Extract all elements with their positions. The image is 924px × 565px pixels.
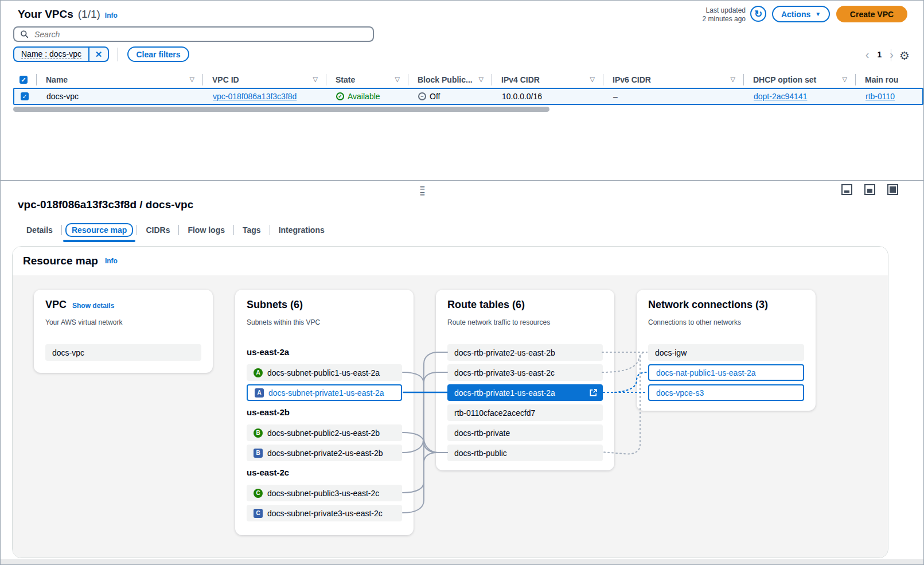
filter-icon[interactable]: ▽: [731, 76, 735, 83]
subnet-item[interactable]: A docs-subnet-public1-us-east-2a: [247, 364, 402, 381]
panel-small-icon[interactable]: [841, 184, 852, 195]
table-header-row: ✓ Name▽ VPC ID▽ State▽ Block Public...▽ …: [13, 72, 923, 87]
resource-map-header: Resource map Info: [13, 247, 888, 275]
connection-item-highlighted[interactable]: docs-nat-public1-us-east-2a: [648, 364, 804, 381]
search-icon: [20, 30, 29, 38]
resource-map-title: Resource map: [23, 255, 98, 267]
subnet-item-selected[interactable]: A docs-subnet-private1-us-east-2a: [247, 384, 402, 401]
private-subnet-badge: B: [254, 449, 263, 458]
main-route-table-link[interactable]: rtb-0110: [865, 92, 895, 101]
select-all-checkbox[interactable]: ✓: [20, 76, 28, 84]
column-header-ipv4-cidr[interactable]: IPv4 CIDR▽: [492, 74, 603, 85]
filter-icon[interactable]: ▽: [395, 76, 400, 83]
vpc-card-subtitle: Your AWS virtual network: [45, 318, 123, 326]
last-updated: Last updated 2 minutes ago: [703, 6, 746, 24]
tab-integrations[interactable]: Integrations: [270, 222, 333, 238]
route-table-item[interactable]: docs-rtb-public: [447, 445, 603, 461]
vpc-card: VPC Show details Your AWS virtual networ…: [34, 290, 213, 373]
subnet-item[interactable]: B docs-subnet-public2-us-east-2b: [247, 424, 402, 441]
external-link-icon[interactable]: [589, 388, 598, 397]
tab-details[interactable]: Details: [18, 222, 61, 238]
divider: [891, 49, 891, 61]
tab-flow-logs[interactable]: Flow logs: [179, 222, 233, 238]
dhcp-option-set-link[interactable]: dopt-2ac94141: [754, 92, 807, 101]
preferences-gear-icon[interactable]: ⚙: [899, 49, 910, 63]
actions-button[interactable]: Actions ▼: [772, 6, 830, 22]
route-table-item[interactable]: docs-rtb-private3-us-east-2c: [447, 364, 603, 381]
panel-size-buttons: [841, 184, 898, 195]
off-minus-icon: −: [418, 92, 426, 100]
detail-tabs: Details Resource map CIDRs Flow logs Tag…: [18, 220, 333, 240]
clear-filters-button[interactable]: Clear filters: [127, 46, 189, 62]
tab-cidrs[interactable]: CIDRs: [137, 222, 178, 238]
network-connections-card-title: Network connections (3): [648, 299, 768, 311]
subnets-card-subtitle: Subnets within this VPC: [247, 318, 320, 326]
prev-page-icon[interactable]: ‹: [865, 50, 870, 59]
horizontal-scrollbar[interactable]: [13, 107, 549, 112]
filter-icon[interactable]: ▽: [313, 76, 318, 83]
route-tables-card-title: Route tables (6): [447, 299, 525, 311]
subnet-item[interactable]: C docs-subnet-private3-us-east-2c: [247, 505, 402, 521]
table-row[interactable]: ✓ docs-vpc vpc-018f086a13f3c3f8d ✓ Avail…: [13, 88, 923, 105]
resource-map-container: Resource map Info VPC Show details Your …: [12, 246, 888, 558]
cell-state: ✓ Available: [327, 92, 409, 101]
column-header-ipv6-cidr[interactable]: IPv6 CIDR▽: [603, 74, 743, 85]
panel-full-icon[interactable]: [887, 184, 898, 195]
subnets-card-title: Subnets (6): [247, 299, 303, 311]
cell-name: docs-vpc: [37, 92, 204, 101]
column-header-vpc-id[interactable]: VPC ID▽: [202, 74, 326, 85]
divider: [118, 48, 118, 61]
split-panel-drag-handle[interactable]: = =: [418, 185, 427, 197]
filter-icon[interactable]: ▽: [590, 76, 595, 83]
tab-tags[interactable]: Tags: [234, 222, 270, 238]
cell-block-public: − Off: [409, 92, 493, 101]
connection-item[interactable]: docs-igw: [648, 344, 804, 361]
route-table-item[interactable]: docs-rtb-private: [447, 424, 603, 441]
show-details-link[interactable]: Show details: [72, 302, 114, 310]
resource-map-info-link[interactable]: Info: [105, 257, 118, 265]
network-connections-card-subtitle: Connections to other networks: [648, 318, 741, 326]
route-table-item-selected[interactable]: docs-rtb-private1-us-east-2a: [447, 384, 603, 401]
split-panel-divider: [1, 180, 923, 181]
search-box[interactable]: [13, 26, 374, 42]
filter-token-dismiss-icon[interactable]: ✕: [88, 48, 108, 61]
connection-item-highlighted[interactable]: docs-vpce-s3: [648, 384, 804, 401]
vpc-id-link[interactable]: vpc-018f086a13f3c3f8d: [213, 92, 297, 101]
public-subnet-badge: C: [254, 489, 263, 498]
network-connections-card: Network connections (3) Connections to o…: [637, 290, 816, 411]
pagination: ‹ 1 ›: [865, 50, 894, 59]
page-title-text: Your VPCs: [18, 8, 73, 21]
route-table-item[interactable]: rtb-0110cface2acecfd7: [447, 404, 603, 421]
route-tables-card-subtitle: Route network traffic to resources: [447, 318, 550, 326]
subnet-item[interactable]: B docs-subnet-private2-us-east-2b: [247, 445, 402, 461]
az-heading: us-east-2c: [247, 467, 289, 477]
public-subnet-badge: B: [254, 428, 263, 438]
search-input[interactable]: [33, 29, 367, 40]
column-header-state[interactable]: State▽: [326, 74, 408, 85]
private-subnet-badge: A: [255, 388, 264, 398]
vpc-item[interactable]: docs-vpc: [45, 344, 201, 361]
filter-icon[interactable]: ▽: [843, 76, 847, 83]
vpc-table: ✓ Name▽ VPC ID▽ State▽ Block Public...▽ …: [13, 72, 923, 105]
current-page[interactable]: 1: [878, 50, 882, 59]
filter-icon[interactable]: ▽: [479, 76, 484, 83]
row-checkbox[interactable]: ✓: [21, 92, 29, 100]
tab-resource-map[interactable]: Resource map: [62, 222, 137, 238]
page-bottom-strip: [1, 559, 923, 564]
column-header-dhcp-option-set[interactable]: DHCP option set▽: [743, 74, 855, 85]
refresh-button[interactable]: ↻: [750, 6, 766, 22]
cell-ipv4-cidr: 10.0.0.0/16: [493, 92, 604, 101]
panel-half-icon[interactable]: [864, 184, 875, 195]
column-header-block-public[interactable]: Block Public...▽: [408, 74, 492, 85]
create-vpc-button[interactable]: Create VPC: [836, 6, 907, 22]
caret-down-icon: ▼: [815, 11, 821, 17]
filter-icon[interactable]: ▽: [190, 76, 194, 83]
column-header-main-route-table[interactable]: Main rou: [855, 74, 923, 85]
info-link[interactable]: Info: [105, 11, 118, 20]
cell-ipv6-cidr: –: [604, 92, 744, 101]
column-header-name[interactable]: Name▽: [36, 74, 202, 85]
filter-token: Name : docs-vpc ✕: [13, 46, 109, 62]
subnet-item[interactable]: C docs-subnet-public3-us-east-2c: [247, 485, 402, 501]
route-table-item[interactable]: docs-rtb-private2-us-east-2b: [447, 344, 603, 361]
private-subnet-badge: C: [254, 509, 263, 518]
